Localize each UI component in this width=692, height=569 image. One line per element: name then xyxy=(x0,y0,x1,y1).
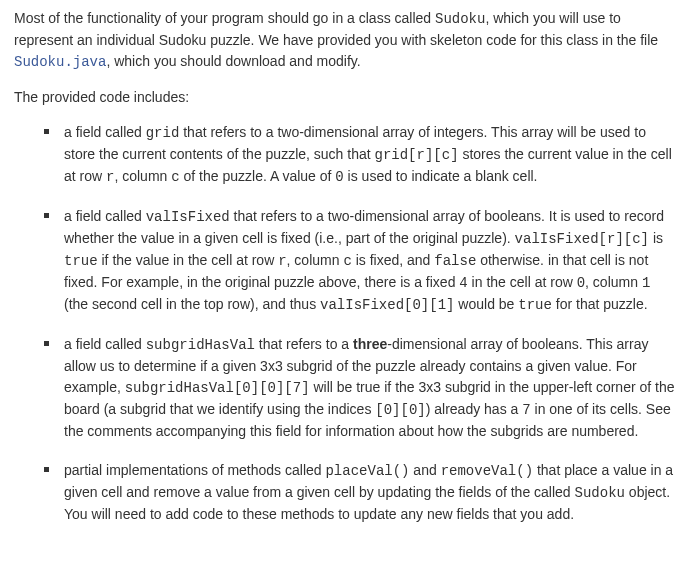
bold-text: three xyxy=(353,336,387,352)
inline-code: valIsFixed[r][c] xyxy=(515,231,649,247)
body-text: , column xyxy=(287,252,344,268)
lead-paragraph: The provided code includes: xyxy=(14,87,678,108)
inline-code: grid xyxy=(146,125,180,141)
list-item: a field called valIsFixed that refers to… xyxy=(44,206,678,316)
inline-code: valIsFixed xyxy=(146,209,230,225)
body-text: would be xyxy=(454,296,518,312)
class-name-code: Sudoku xyxy=(435,11,485,27)
body-text: (the second cell in the top row), and th… xyxy=(64,296,320,312)
list-item: a field called grid that refers to a two… xyxy=(44,122,678,188)
body-text: and xyxy=(409,462,440,478)
inline-code: c xyxy=(343,253,351,269)
inline-code: 1 xyxy=(642,275,650,291)
body-text: that refers to a xyxy=(255,336,353,352)
body-text: in the cell at row xyxy=(468,274,577,290)
body-text: for that puzzle. xyxy=(552,296,648,312)
body-text: a field called xyxy=(64,336,146,352)
inline-code: Sudoku xyxy=(575,485,625,501)
inline-code: false xyxy=(434,253,476,269)
inline-code: 0 xyxy=(577,275,585,291)
list-item: partial implementations of methods calle… xyxy=(44,460,678,525)
inline-code: true xyxy=(518,297,552,313)
inline-code: subgridHasVal xyxy=(146,337,255,353)
inline-code: placeVal() xyxy=(325,463,409,479)
body-text: partial implementations of methods calle… xyxy=(64,462,325,478)
body-text: is used to indicate a blank cell. xyxy=(344,168,538,184)
body-text: ) already has a xyxy=(426,401,523,417)
inline-code: grid[r][c] xyxy=(375,147,459,163)
inline-code: 0 xyxy=(335,169,343,185)
intro-paragraph: Most of the functionality of your progra… xyxy=(14,8,678,73)
body-text: of the puzzle. A value of xyxy=(180,168,336,184)
inline-code: c xyxy=(171,169,179,185)
inline-code: true xyxy=(64,253,98,269)
body-text: a field called xyxy=(64,208,146,224)
body-text: if the value in the cell at row xyxy=(98,252,279,268)
body-text: , column xyxy=(585,274,642,290)
inline-code: 7 xyxy=(522,402,530,418)
sudoku-java-link[interactable]: Sudoku.java xyxy=(14,54,106,70)
inline-code: valIsFixed[0][1] xyxy=(320,297,454,313)
inline-code: subgridHasVal[0][0][7] xyxy=(125,380,310,396)
body-text: , column xyxy=(114,168,171,184)
body-text: is xyxy=(649,230,663,246)
body-text: a field called xyxy=(64,124,146,140)
inline-code: removeVal() xyxy=(441,463,533,479)
inline-code: [0][0] xyxy=(375,402,425,418)
intro-text: Most of the functionality of your progra… xyxy=(14,10,435,26)
inline-code: 4 xyxy=(459,275,467,291)
body-text: is fixed, and xyxy=(352,252,435,268)
list-item: a field called subgridHasVal that refers… xyxy=(44,334,678,442)
intro-text: , which you should download and modify. xyxy=(106,53,360,69)
inline-code: r xyxy=(278,253,286,269)
feature-list: a field called grid that refers to a two… xyxy=(44,122,678,525)
